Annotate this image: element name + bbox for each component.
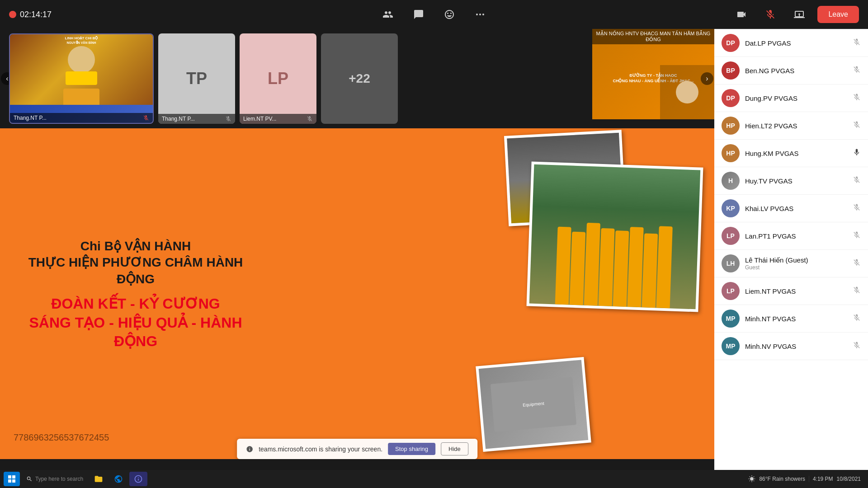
taskbar-file-explorer[interactable] — [90, 472, 108, 486]
mic-status-icon — [853, 286, 861, 296]
recording-dot — [9, 11, 16, 18]
participant-avatar: LP — [722, 282, 740, 300]
participant-avatar: DP — [722, 89, 740, 107]
stop-sharing-button[interactable]: Stop sharing — [388, 443, 435, 455]
participant-row[interactable]: H Huy.TV PVGAS — [714, 167, 868, 195]
participant-row[interactable]: LH Lê Thái Hiến (Guest) Guest — [714, 250, 868, 277]
mic-btn[interactable] — [760, 4, 781, 25]
taskbar-right: 86°F Rain showers 4:19 PM 10/8/2021 — [748, 475, 864, 483]
tile-name-bar: Thang.NT P... — [158, 114, 235, 124]
participant-avatar: H — [722, 172, 740, 190]
participant-name: Dat.LP PVGAS — [745, 39, 847, 47]
screen-share-btn[interactable] — [788, 4, 810, 25]
presenting-thumb: MẶN NỒNG HNTV ĐHACG MAN TẦN HÃM BẮNG ĐỒN… — [592, 29, 714, 119]
participant-name: Huy.TV PVGAS — [745, 177, 847, 185]
side-panel: ‹ In this meeting (26) Mute all ✕ DP Dat… — [714, 0, 868, 488]
top-bar: 02:14:17 — [0, 0, 868, 29]
mic-status-icon — [853, 38, 861, 48]
watermark-text: 7786963256537672455 — [14, 432, 109, 443]
svg-rect-6 — [12, 479, 15, 483]
presentation-area: Chi Bộ VẬN HÀNH THỰC HIỆN PHƯƠNG CHÂM HÀ… — [0, 128, 714, 488]
participant-row[interactable]: MP Minh.NT PVGAS — [714, 305, 868, 333]
taskbar: Type here to search 86°F Rain showers 4:… — [0, 470, 868, 488]
tile-name: Thang.NT P... — [14, 115, 47, 121]
participant-tile[interactable]: TP Thang.NT P... — [158, 33, 235, 124]
tile-mic-icon — [143, 115, 149, 121]
presentation-content: Chi Bộ VẬN HÀNH THỰC HIỆN PHƯƠNG CHÂM HÀ… — [0, 128, 714, 488]
svg-rect-5 — [8, 479, 11, 483]
participant-row[interactable]: KP Khai.LV PVGAS — [714, 195, 868, 222]
participant-row[interactable]: MP Minh.NV PVGAS — [714, 333, 868, 360]
mic-status-icon — [853, 121, 861, 131]
taskbar-time: 4:19 PM — [813, 476, 833, 482]
more-icon-btn[interactable] — [471, 5, 489, 23]
participant-row[interactable]: HP Hien.LT2 PVGAS — [714, 112, 868, 140]
leave-button[interactable]: Leave — [817, 6, 859, 23]
taskbar-date: 10/8/2021 — [837, 476, 861, 482]
people-icon-btn[interactable] — [379, 5, 397, 23]
strip-nav-right[interactable]: › — [701, 72, 713, 85]
participant-avatar: LH — [722, 254, 740, 272]
tile-name: Liem.NT PV... — [243, 116, 276, 122]
start-button[interactable] — [4, 472, 20, 486]
pres-line2: THỰC HIỆN PHƯƠNG CHÂM HÀNH ĐỘNG — [18, 254, 253, 287]
photo-collage: Equipment — [321, 128, 714, 461]
svg-point-2 — [482, 14, 484, 15]
mic-status-icon — [853, 148, 861, 158]
participant-row[interactable]: DP Dat.LP PVGAS — [714, 29, 868, 57]
info-icon — [246, 446, 253, 453]
participant-avatar: BP — [722, 61, 740, 80]
svg-point-0 — [476, 14, 478, 15]
participant-strip: ‹ LINH HOẠT CHI BỘ NGUYỄN VĂN BÌNH Thang… — [0, 29, 714, 128]
participant-avatar: LP — [722, 227, 740, 245]
participant-name: Hung.KM PVGAS — [745, 150, 847, 157]
top-center-icons — [379, 5, 489, 23]
weather-text: 86°F Rain showers — [759, 476, 805, 482]
participant-avatar: DP — [722, 34, 740, 52]
call-timer: 02:14:17 — [20, 10, 52, 19]
presenting-header-text: MẶN NỒNG HNTV ĐHACG MAN TẦN HÃM BẮNG ĐỒN… — [592, 29, 714, 44]
taskbar-teams[interactable] — [129, 472, 147, 486]
participant-name: Ben.NG PVGAS — [745, 67, 847, 75]
participant-sub: Guest — [745, 264, 847, 271]
participant-name: Lê Thái Hiến (Guest) — [745, 256, 847, 264]
participant-row[interactable]: LP Lan.PT1 PVGAS — [714, 222, 868, 250]
participant-row[interactable]: DP Dung.PV PVGAS — [714, 84, 868, 112]
weather-icon — [748, 475, 755, 483]
participant-list: DP Dat.LP PVGAS BP Ben.NG PVGAS DP Dung.… — [714, 29, 868, 488]
presentation-text: Chi Bộ VẬN HÀNH THỰC HIỆN PHƯƠNG CHÂM HÀ… — [18, 238, 253, 351]
mic-status-icon — [853, 66, 861, 75]
mic-status-icon — [853, 341, 861, 351]
search-bar[interactable]: Type here to search — [22, 472, 88, 486]
mic-status-icon — [853, 231, 861, 241]
participant-tile[interactable]: LINH HOẠT CHI BỘ NGUYỄN VĂN BÌNH Thang.N… — [9, 33, 154, 124]
mic-status-icon — [853, 258, 861, 268]
camera-btn[interactable] — [731, 4, 752, 25]
participant-name: Minh.NV PVGAS — [745, 343, 847, 350]
participant-name: Dung.PV PVGAS — [745, 94, 847, 102]
participant-row[interactable]: BP Ben.NG PVGAS — [714, 57, 868, 84]
taskbar-edge[interactable] — [109, 472, 127, 486]
participant-name: Khai.LV PVGAS — [745, 205, 847, 212]
sharing-bar: teams.microsoft.com is sharing your scre… — [237, 439, 477, 459]
reactions-icon-btn[interactable] — [440, 5, 458, 23]
participant-avatar: HP — [722, 117, 740, 135]
svg-rect-3 — [8, 475, 11, 479]
participant-row[interactable]: LP Liem.NT PVGAS — [714, 277, 868, 305]
participant-name: Lan.PT1 PVGAS — [745, 232, 847, 240]
mic-status-icon — [853, 93, 861, 103]
participant-tile[interactable]: LP Liem.NT PV... — [240, 33, 316, 124]
pres-line1: Chi Bộ VẬN HÀNH — [18, 238, 253, 254]
chat-icon-btn[interactable] — [410, 5, 428, 23]
participant-row[interactable]: HP Hung.KM PVGAS — [714, 140, 868, 167]
pres-line3: ĐOÀN KẾT - KỶ CƯƠNG — [18, 295, 253, 314]
sharing-message: teams.microsoft.com is sharing your scre… — [259, 446, 382, 453]
hide-button[interactable]: Hide — [441, 442, 468, 455]
system-tray: 4:19 PM 10/8/2021 — [809, 476, 864, 482]
participant-tile-more[interactable]: +22 — [321, 33, 398, 124]
participant-avatar: HP — [722, 144, 740, 162]
svg-point-1 — [479, 14, 481, 15]
tile-name: Thang.NT P... — [162, 116, 195, 122]
participant-avatar: MP — [722, 310, 740, 328]
tile-name-bar: Liem.NT PV... — [240, 114, 316, 124]
